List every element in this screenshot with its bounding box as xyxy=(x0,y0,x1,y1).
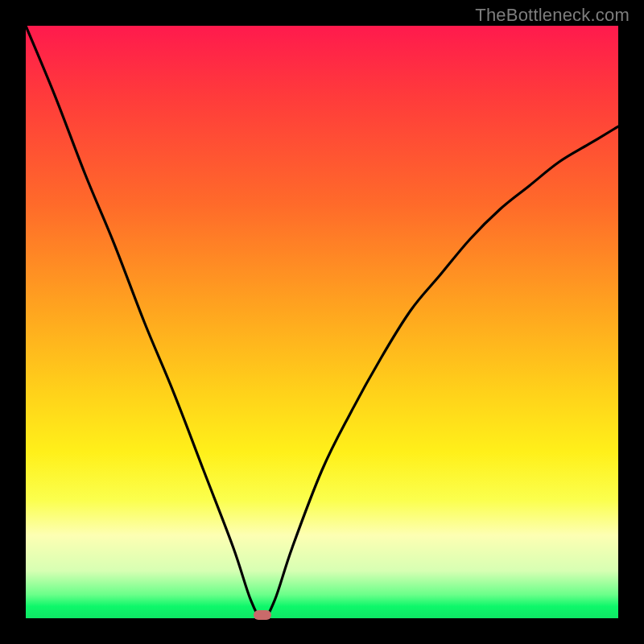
chart-frame: TheBottleneck.com xyxy=(0,0,644,644)
watermark-label: TheBottleneck.com xyxy=(475,5,630,26)
minimum-marker xyxy=(254,610,271,620)
plot-area xyxy=(26,26,618,618)
bottleneck-curve xyxy=(26,26,618,618)
